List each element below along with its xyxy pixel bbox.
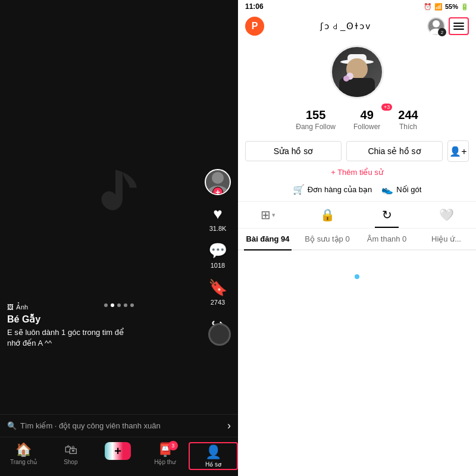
svg-point-2 xyxy=(433,20,440,27)
tab-icon-grid[interactable]: ⊞ ▾ xyxy=(238,202,298,228)
repost-icon: ↻ xyxy=(382,208,392,222)
tiktok-logo-bg xyxy=(83,163,155,237)
avatar-action[interactable]: + xyxy=(205,169,231,195)
share-profile-button[interactable]: Chia sẻ hồ sơ xyxy=(346,141,443,161)
tab-am-thanh[interactable]: Âm thanh 0 xyxy=(357,228,416,249)
tab-bo-suu-tap[interactable]: Bộ sưu tập 0 xyxy=(298,228,357,249)
status-bar: 11:06 ⏰ 📶 55% 🔋 xyxy=(238,0,476,13)
bookmark-count: 2743 xyxy=(211,299,225,306)
search-icon: 🔍 xyxy=(7,421,17,430)
shop-row: 🛒 Đơn hàng của bạn 👟 Nối gót xyxy=(238,180,476,202)
loading-dot xyxy=(355,274,359,279)
photo-icon: 🖼 xyxy=(7,303,14,311)
search-arrow: › xyxy=(227,419,231,432)
nav-home[interactable]: 🏠 Trang chủ xyxy=(0,442,47,470)
add-button[interactable]: + xyxy=(105,442,131,460)
likes-count: 244 xyxy=(398,108,418,122)
comment-count: 1018 xyxy=(211,262,225,269)
nav-add[interactable]: + xyxy=(94,442,141,470)
action-buttons: Sửa hồ sơ Chia sẻ hồ sơ 👤+ xyxy=(238,136,476,167)
comment-icon: 💬 xyxy=(208,242,227,260)
follower-count: 49 xyxy=(361,108,374,122)
profile-icon: 👤 xyxy=(205,444,221,460)
search-text: Tìm kiếm · đột quy công viên thanh xuân xyxy=(20,421,161,430)
like-count: 31.8K xyxy=(209,225,227,232)
right-panel: 11:06 ⏰ 📶 55% 🔋 P ʃɔ꒯_ʘɫɔv 2 xyxy=(238,0,476,476)
likes-stat[interactable]: 244 Thích xyxy=(398,108,418,131)
svg-point-0 xyxy=(212,172,224,184)
creator-avatar: + xyxy=(205,169,231,195)
edit-profile-button[interactable]: Sửa hồ sơ xyxy=(245,141,342,161)
chevron-icon: ▾ xyxy=(272,211,275,219)
profile-label: Hồ sơ xyxy=(205,461,221,468)
inbox-label: Hộp thư xyxy=(154,459,176,465)
follower-label: Follower xyxy=(353,123,380,131)
shop-orders-label: Đơn hàng của bạn xyxy=(308,185,372,194)
shop-noi-got[interactable]: 👟 Nối gót xyxy=(381,184,421,195)
home-icon: 🏠 xyxy=(15,442,32,458)
content-tabs-text: Bài đăng 94 Bộ sưu tập 0 Âm thanh 0 Hiệu… xyxy=(238,228,476,250)
tab-icon-repost[interactable]: ↻ xyxy=(357,202,416,228)
tab-icon-lock[interactable]: 🔒 xyxy=(298,202,357,228)
hieu-ung-label: Hiệu ứ... xyxy=(431,234,461,243)
home-label: Trang chủ xyxy=(10,459,37,465)
shop-orders[interactable]: 🛒 Đơn hàng của bạn xyxy=(293,184,372,195)
status-icons: ⏰ 📶 55% 🔋 xyxy=(424,3,469,11)
boot-icon: 👟 xyxy=(381,184,393,195)
profile-avatar-area xyxy=(238,39,476,104)
nav-profile[interactable]: 👤 Hồ sơ xyxy=(189,442,238,470)
video-badge: 🖼 Ảnh xyxy=(7,303,28,311)
nav-shop[interactable]: 🛍 Shop xyxy=(47,442,94,470)
inbox-badge: 3 xyxy=(168,441,178,450)
following-stat[interactable]: 155 Đang Follow xyxy=(296,108,336,131)
video-desc: E sẽ luôn dành 1 góc trong tim đểnhớ đến… xyxy=(7,327,190,349)
stats-row: 155 Đang Follow +3 49 Follower 244 Thích xyxy=(238,104,476,136)
search-bar-text: 🔍 Tìm kiếm · đột quy công viên thanh xuâ… xyxy=(7,421,161,430)
add-icon: + xyxy=(114,444,121,458)
avatar-count: 2 xyxy=(438,28,446,36)
tab-hieu-ung[interactable]: Hiệu ứ... xyxy=(416,228,476,249)
bookmark-action[interactable]: 🔖 2743 xyxy=(208,278,227,306)
bai-dang-label: Bài đăng 94 xyxy=(246,234,290,243)
video-area[interactable]: + ♥ 31.8K 💬 1018 🔖 2743 ↪ 743 xyxy=(0,0,238,414)
liked-icon: 🤍 xyxy=(439,208,454,222)
badge-label: Ảnh xyxy=(16,303,28,311)
svg-point-9 xyxy=(343,76,349,82)
alarm-icon: ⏰ xyxy=(424,3,432,11)
noi-got-label: Nối gót xyxy=(396,185,421,194)
shop-icon: 🛍 xyxy=(64,442,77,458)
bo-suu-tap-label: Bộ sưu tập 0 xyxy=(305,234,349,243)
menu-line-3 xyxy=(453,29,464,30)
bookmark-icon: 🔖 xyxy=(208,278,227,297)
menu-line-1 xyxy=(453,23,464,24)
follow-plus-btn[interactable]: + xyxy=(212,187,223,195)
battery-icon: 🔋 xyxy=(461,3,469,11)
follower-stat[interactable]: +3 49 Follower xyxy=(353,108,380,131)
username-display: ʃɔ꒯_ʘɫɔv xyxy=(320,21,371,32)
heart-icon: ♥ xyxy=(213,205,222,223)
profile-header: P ʃɔ꒯_ʘɫɔv 2 xyxy=(238,13,476,39)
add-person-icon: 👤+ xyxy=(449,146,466,157)
likes-label: Thích xyxy=(399,123,417,131)
bio-add-text: + Thêm tiểu sử xyxy=(331,168,383,177)
tab-icon-heart[interactable]: 🤍 xyxy=(416,202,476,228)
right-actions: + ♥ 31.8K 💬 1018 🔖 2743 ↪ 743 xyxy=(205,169,231,343)
video-info: 🖼 Ảnh Bé Gẫy E sẽ luôn dành 1 góc trong … xyxy=(7,301,190,349)
avatar-ring[interactable]: 2 xyxy=(427,17,445,35)
add-friend-button[interactable]: 👤+ xyxy=(447,140,469,162)
comment-action[interactable]: 💬 1018 xyxy=(208,242,227,269)
cart-icon: 🛒 xyxy=(293,184,305,195)
wifi-icon: 📶 xyxy=(434,3,443,11)
menu-line-2 xyxy=(453,26,464,27)
battery-level: 55% xyxy=(445,3,458,10)
menu-button[interactable] xyxy=(449,17,469,35)
video-title: Bé Gẫy xyxy=(7,314,190,325)
tab-bai-dang[interactable]: Bài đăng 94 xyxy=(238,228,298,249)
nav-inbox[interactable]: 📮 Hộp thư 3 xyxy=(142,442,189,470)
shop-label: Shop xyxy=(64,459,77,465)
header-right: 2 xyxy=(427,17,469,35)
search-bar[interactable]: 🔍 Tìm kiếm · đột quy công viên thanh xuâ… xyxy=(0,414,238,437)
bio-add[interactable]: + Thêm tiểu sử xyxy=(238,167,476,180)
follower-plus: +3 xyxy=(381,104,392,111)
like-action[interactable]: ♥ 31.8K xyxy=(209,205,227,232)
